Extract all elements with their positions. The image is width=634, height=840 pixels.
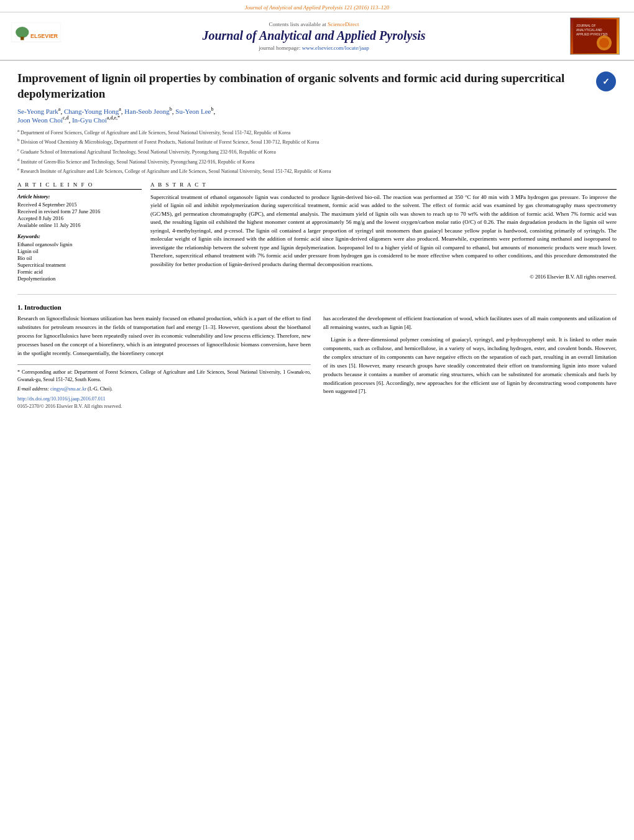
body-right-col: has accelerated the development of effic… [323, 315, 617, 410]
available-online-date: Available online 11 July 2016 [17, 222, 142, 228]
main-content: Improvement of lignin oil properties by … [0, 61, 634, 417]
author-han-seob-jeong[interactable]: Han-Seob Jeong [124, 108, 169, 115]
abstract-header: A B S T R A C T [150, 182, 617, 190]
intro-para-right-1: has accelerated the development of effic… [323, 315, 617, 332]
affiliation-c: c Graduate School of International Agric… [17, 147, 617, 156]
article-info-column: A R T I C L E I N F O Article history: R… [17, 182, 142, 285]
svg-point-1 [16, 27, 29, 38]
copyright-line: © 2016 Elsevier B.V. All rights reserved… [150, 274, 617, 280]
accepted-date: Accepted 8 July 2016 [17, 215, 142, 221]
svg-text:ANALYTICAL AND: ANALYTICAL AND [576, 28, 602, 32]
introduction-body: Research on lignocellulosic biomass util… [17, 315, 617, 410]
body-left-col: Research on lignocellulosic biomass util… [17, 315, 311, 410]
email-link[interactable]: cingyu@snu.ac.kr [50, 386, 86, 392]
abstract-column: A B S T R A C T Supercritical treatment … [150, 182, 617, 285]
keywords-section: Keywords: Ethanol organosolv lignin Lign… [17, 233, 142, 282]
svg-text:✓: ✓ [602, 76, 610, 86]
article-title-section: Improvement of lignin oil properties by … [17, 71, 617, 101]
section-divider [17, 294, 617, 295]
keyword-5: Formic acid [17, 269, 142, 275]
corresponding-author-note: * Corresponding author at: Department of… [17, 369, 311, 384]
sciencedirect-link[interactable]: ScienceDirect [328, 21, 359, 27]
keyword-4: Supercritical treatment [17, 262, 142, 268]
affiliations: a Department of Forest Sciences, College… [17, 127, 617, 175]
author-in-gyu-choi[interactable]: In-Gyu Choi [72, 116, 107, 124]
footnotes: * Corresponding author at: Department of… [17, 364, 311, 410]
introduction-heading: 1. Introduction [17, 303, 617, 311]
affiliation-a: a Department of Forest Sciences, College… [17, 127, 617, 137]
keyword-1: Ethanol organosolv lignin [17, 241, 142, 247]
affiliation-d: d Institute of Green-Bio Science and Tec… [17, 157, 617, 166]
received-revised-date: Received in revised form 27 June 2016 [17, 208, 142, 215]
article-info-abstract-section: A R T I C L E I N F O Article history: R… [17, 182, 617, 285]
affiliation-b: b Division of Wood Chemistry & Microbiol… [17, 137, 617, 146]
journal-title: Journal of Analytical and Applied Pyroly… [61, 29, 567, 43]
journal-header: ELSEVIER Contents lists available at Sci… [0, 12, 634, 61]
authors: Se-Yeong Parka, Chang-Young Honga, Han-S… [17, 106, 617, 123]
keywords-title: Keywords: [17, 233, 142, 239]
journal-header-center: Contents lists available at ScienceDirec… [61, 21, 567, 51]
svg-text:ELSEVIER: ELSEVIER [30, 33, 58, 39]
author-se-yeong-park[interactable]: Se-Yeong Park [17, 108, 58, 115]
issn-line: 0165-2370/© 2016 Elsevier B.V. All right… [17, 403, 311, 410]
keyword-2: Lignin oil [17, 248, 142, 254]
elsevier-logo-area: ELSEVIER [11, 22, 61, 50]
homepage-url[interactable]: www.elsevier.com/locate/jaap [302, 45, 369, 51]
journal-thumbnail-icon: JOURNAL OF ANALYTICAL AND APPLIED PYROLY… [570, 17, 620, 55]
history-title: Article history: [17, 193, 142, 200]
page: Journal of Analytical and Applied Pyroly… [0, 0, 634, 840]
affiliation-e: e Research Institute of Agriculture and … [17, 166, 617, 175]
svg-point-9 [599, 38, 609, 48]
contents-line: Contents lists available at ScienceDirec… [61, 21, 567, 27]
intro-para-right-2: Lignin is a three-dimensional polymer co… [323, 336, 617, 397]
article-history: Article history: Received 4 September 20… [17, 193, 142, 228]
journal-reference: Journal of Analytical and Applied Pyroly… [245, 4, 390, 11]
keyword-3: Bio oil [17, 255, 142, 261]
article-info-header: A R T I C L E I N F O [17, 182, 142, 190]
author-joon-weon-choi[interactable]: Joon Weon Choi [17, 116, 63, 124]
intro-para-1: Research on lignocellulosic biomass util… [17, 315, 311, 358]
doi-line[interactable]: http://dx.doi.org/10.1016/j.jaap.2016.07… [17, 395, 311, 403]
received-date: Received 4 September 2015 [17, 201, 142, 208]
author-chang-young-hong[interactable]: Chang-Young Hong [64, 108, 119, 115]
journal-homepage: journal homepage: www.elsevier.com/locat… [61, 45, 567, 51]
elsevier-logo-icon: ELSEVIER [11, 22, 61, 50]
introduction-section: 1. Introduction Research on lignocellulo… [17, 303, 617, 410]
author-su-yeon-lee[interactable]: Su-Yeon Lee [175, 108, 211, 115]
keyword-6: Depolymerization [17, 275, 142, 282]
journal-thumbnail-area: JOURNAL OF ANALYTICAL AND APPLIED PYROLY… [567, 17, 623, 55]
svg-rect-2 [21, 37, 24, 40]
top-banner: Journal of Analytical and Applied Pyroly… [0, 0, 634, 12]
abstract-text: Supercritical treatment of ethanol organ… [150, 193, 617, 269]
email-note: E-mail address: cingyu@snu.ac.kr (I.-G. … [17, 385, 311, 393]
article-title: Improvement of lignin oil properties by … [17, 71, 589, 101]
crossmark-icon[interactable]: ✓ [595, 71, 617, 92]
svg-text:JOURNAL OF: JOURNAL OF [576, 24, 595, 27]
